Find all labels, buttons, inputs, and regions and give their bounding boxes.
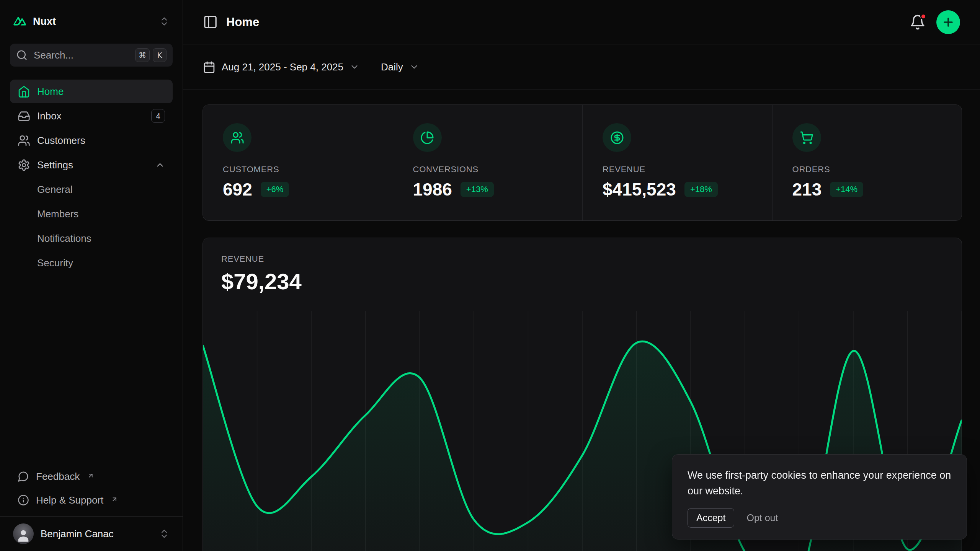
- sidebar-item-settings-security[interactable]: Security: [10, 251, 173, 275]
- inbox-count-badge: 4: [151, 109, 165, 123]
- users-icon: [18, 134, 30, 147]
- sidebar-footer: Feedback Help & Support: [10, 466, 173, 516]
- avatar: [13, 523, 34, 544]
- stat-value: 1986: [413, 179, 452, 200]
- feedback-label: Feedback: [36, 471, 80, 483]
- granularity-value: Daily: [381, 61, 403, 73]
- search-shortcut: ⌘ K: [135, 48, 167, 62]
- chevrons-up-down-icon: [159, 528, 170, 539]
- circle-dollar-icon: [603, 123, 631, 152]
- chevron-down-icon: [350, 62, 359, 72]
- optout-cookies-button[interactable]: Opt out: [740, 509, 785, 527]
- shopping-cart-icon: [792, 123, 821, 152]
- sidebar-item-label: Inbox: [37, 110, 62, 122]
- search-placeholder: Search...: [34, 49, 74, 61]
- page-header-right: [910, 10, 960, 34]
- notifications-button[interactable]: [910, 14, 926, 30]
- stat-delta-badge: +6%: [261, 182, 289, 197]
- search-input[interactable]: Search... ⌘ K: [10, 44, 173, 67]
- date-range-value: Aug 21, 2025 - Sep 4, 2025: [222, 61, 343, 73]
- chevrons-up-down-icon: [159, 16, 170, 27]
- granularity-select[interactable]: Daily: [381, 61, 419, 73]
- pie-chart-icon: [413, 123, 442, 152]
- sidebar-item-settings-notifications[interactable]: Notifications: [10, 227, 173, 250]
- info-circle-icon: [18, 494, 29, 506]
- kbd-cmd: ⌘: [135, 48, 150, 62]
- stat-card-conversions[interactable]: CONVERSIONS 1986 +13%: [393, 105, 583, 220]
- page-title: Home: [226, 15, 259, 29]
- filters-toolbar: Aug 21, 2025 - Sep 4, 2025 Daily: [183, 44, 980, 90]
- nuxt-logo-icon: [13, 15, 27, 28]
- external-link-icon: [87, 470, 94, 477]
- sidebar-item-home[interactable]: Home: [10, 80, 173, 103]
- sidebar-item-settings-general[interactable]: General: [10, 178, 173, 201]
- stat-label: CUSTOMERS: [223, 165, 373, 174]
- stat-card-revenue[interactable]: REVENUE $415,523 +18%: [582, 105, 772, 220]
- stat-value: 692: [223, 179, 252, 200]
- stat-value: $415,523: [603, 179, 676, 200]
- workspace-name: Nuxt: [33, 16, 56, 28]
- sidebar-item-customers[interactable]: Customers: [10, 129, 173, 152]
- stat-delta-badge: +14%: [830, 182, 863, 197]
- user-name: Benjamin Canac: [41, 528, 114, 540]
- calendar-icon: [203, 61, 216, 73]
- sidebar-item-settings[interactable]: Settings: [10, 153, 173, 177]
- inbox-icon: [18, 110, 30, 122]
- cookie-actions: Accept Opt out: [688, 508, 951, 528]
- stat-card-orders[interactable]: ORDERS 213 +14%: [772, 105, 962, 220]
- stat-label: CONVERSIONS: [413, 165, 563, 174]
- help-support-link[interactable]: Help & Support: [10, 489, 173, 511]
- sidebar: Nuxt Search... ⌘ K Home: [0, 0, 183, 551]
- cookie-banner: We use first-party cookies to enhance yo…: [672, 454, 967, 540]
- home-icon: [18, 85, 30, 98]
- page-header-left: Home: [203, 15, 259, 29]
- revenue-chart-label: REVENUE: [221, 254, 943, 264]
- sidebar-item-inbox[interactable]: Inbox 4: [10, 104, 173, 128]
- cookie-message: We use first-party cookies to enhance yo…: [688, 468, 951, 499]
- sidebar-nav: Home Inbox 4 Customers Settings: [10, 80, 173, 275]
- sidebar-item-label: Settings: [37, 159, 73, 171]
- stat-delta-badge: +13%: [461, 182, 494, 197]
- stat-label: REVENUE: [603, 165, 752, 174]
- sidebar-item-label: Home: [37, 86, 64, 98]
- accept-cookies-button[interactable]: Accept: [688, 508, 734, 528]
- revenue-chart-header: REVENUE $79,234: [203, 238, 962, 294]
- stat-delta-badge: +18%: [684, 182, 718, 197]
- chevron-up-icon: [155, 160, 165, 170]
- sidebar-spacer: [10, 275, 173, 466]
- user-menu[interactable]: Benjamin Canac: [0, 516, 183, 551]
- stat-card-customers[interactable]: CUSTOMERS 692 +6%: [203, 105, 393, 220]
- stat-value: 213: [792, 179, 822, 200]
- workspace-switcher[interactable]: Nuxt: [10, 9, 173, 34]
- users-icon: [223, 123, 252, 152]
- page-header: Home: [183, 0, 980, 44]
- date-range-picker[interactable]: Aug 21, 2025 - Sep 4, 2025: [203, 61, 359, 73]
- feedback-link[interactable]: Feedback: [10, 466, 173, 487]
- revenue-chart-value: $79,234: [221, 269, 943, 294]
- notification-dot: [920, 13, 926, 20]
- stat-label: ORDERS: [792, 165, 942, 174]
- add-button[interactable]: [936, 10, 960, 34]
- chat-bubble-icon: [18, 471, 29, 482]
- chevron-down-icon: [409, 62, 419, 72]
- stats-panel: CUSTOMERS 692 +6% CONVERSIONS 1986 +13%: [203, 104, 962, 221]
- search-icon: [16, 49, 28, 61]
- kbd-k: K: [153, 48, 167, 62]
- panel-left-icon[interactable]: [203, 15, 218, 29]
- help-support-label: Help & Support: [36, 494, 103, 506]
- sidebar-item-settings-members[interactable]: Members: [10, 202, 173, 226]
- gear-icon: [18, 159, 30, 171]
- sidebar-item-label: Customers: [37, 135, 85, 147]
- external-link-icon: [111, 494, 118, 500]
